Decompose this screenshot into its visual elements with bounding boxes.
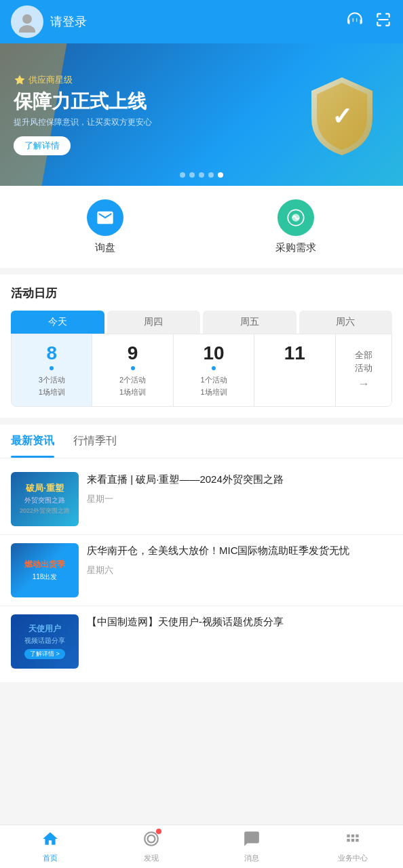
dot-2[interactable]: [189, 172, 195, 178]
news-thumb-2: 燃动出货季 118出发: [11, 543, 79, 597]
banner-content: 供应商星级 保障力正式上线 提升风控保障意识，让买卖双方更安心 了解详情: [14, 74, 389, 156]
svg-point-1: [19, 25, 35, 33]
login-text[interactable]: 请登录: [50, 14, 87, 30]
dot-5[interactable]: [218, 172, 223, 178]
avatar[interactable]: [11, 5, 43, 38]
banner-title: 保障力正式上线: [14, 90, 389, 113]
calendar-tabs: 今天 周四 周五 周六: [11, 311, 392, 334]
cal-tab-sat[interactable]: 周六: [299, 311, 393, 334]
nav-messages-label: 消息: [244, 853, 259, 863]
calendar-days: 8 3个活动 1场培训 9 2个活动 1场培训 10: [11, 334, 392, 407]
news-content-2: 庆华南开仓，全美线大放价！MIC国际物流助旺季发货无忧 星期六: [87, 543, 392, 597]
nav-business[interactable]: 业务中心: [303, 830, 404, 863]
news-date-2: 星期六: [87, 564, 392, 576]
cal-tab-thu[interactable]: 周四: [107, 311, 201, 334]
news-item-2[interactable]: 燃动出货季 118出发 庆华南开仓，全美线大放价！MIC国际物流助旺季发货无忧 …: [0, 535, 403, 606]
cal-day-num-9: 9: [128, 342, 138, 364]
cal-day-info-8: 3个活动 1场培训: [16, 374, 88, 398]
news-content-1: 来看直播 | 破局·重塑——2024外贸突围之路 星期一: [87, 472, 392, 526]
news-thumb-text-2: 燃动出货季 118出发: [22, 557, 68, 584]
discover-badge: [156, 829, 161, 834]
banner-subtitle: 提升风控保障意识，让买卖双方更安心: [14, 117, 389, 128]
cal-day-num-10: 10: [203, 342, 224, 364]
nav-business-label: 业务中心: [338, 853, 368, 863]
dot-indicator-8: [50, 366, 54, 370]
quick-action-purchase[interactable]: 采购需求: [275, 199, 316, 254]
nav-home-label: 首页: [43, 853, 58, 863]
activity-calendar-section: 活动日历 今天 周四 周五 周六 8 3个活动 1场培训 9 2个: [0, 275, 403, 418]
dot-4[interactable]: [208, 172, 214, 178]
cal-all-label: 全部 活动: [355, 349, 372, 374]
news-title-1: 来看直播 | 破局·重塑——2024外贸突围之路: [87, 472, 392, 488]
activity-calendar-title: 活动日历: [11, 285, 392, 301]
news-list: 破局·重塑 外贸突围之路 2022外贸突围之路 来看直播 | 破局·重塑——20…: [0, 458, 403, 682]
cal-all-activities[interactable]: 全部 活动 →: [336, 334, 391, 406]
news-thumb-text-1: 破局·重塑 外贸突围之路 2022外贸突围之路: [17, 480, 73, 518]
banner: 供应商星级 保障力正式上线 提升风控保障意识，让买卖双方更安心 了解详情 ✓: [0, 43, 403, 186]
news-item-3[interactable]: 天使用户 视频话题分享 了解详情 > 【中国制造网】天使用户-视频话题优质分享: [0, 606, 403, 677]
quick-action-inquiry[interactable]: 询盘: [87, 199, 123, 254]
bottom-nav: 首页 发现 消息 业务中心: [0, 825, 403, 868]
cal-tab-today[interactable]: 今天: [11, 311, 104, 334]
quick-actions: 询盘 采购需求: [0, 186, 403, 268]
customer-service-icon[interactable]: [346, 11, 364, 33]
scan-icon[interactable]: [375, 11, 392, 33]
dot-1[interactable]: [180, 172, 185, 178]
news-title-2: 庆华南开仓，全美线大放价！MIC国际物流助旺季发货无忧: [87, 543, 392, 559]
cal-all-arrow: →: [358, 377, 370, 391]
dot-3[interactable]: [199, 172, 204, 178]
banner-button[interactable]: 了解详情: [14, 136, 71, 155]
news-thumb-1: 破局·重塑 外贸突围之路 2022外贸突围之路: [11, 472, 79, 526]
svg-point-0: [22, 14, 32, 24]
news-thumb-3: 天使用户 视频话题分享 了解详情 >: [11, 614, 79, 669]
banner-tag-text: 供应商星级: [28, 74, 73, 86]
cal-day-8[interactable]: 8 3个活动 1场培训: [12, 334, 92, 406]
news-tabs: 最新资讯 行情季刊: [0, 425, 403, 458]
cal-day-info-10: 1个活动 1场培训: [178, 374, 250, 398]
nav-discover-label: 发现: [144, 853, 159, 863]
nav-messages[interactable]: 消息: [202, 830, 303, 863]
news-thumb-text-3: 天使用户 视频话题分享 了解详情 >: [22, 621, 68, 662]
news-content-3: 【中国制造网】天使用户-视频话题优质分享: [87, 614, 392, 669]
cal-day-num-11: 11: [284, 342, 305, 364]
cal-day-num-8: 8: [46, 342, 57, 364]
purchase-icon: [277, 199, 314, 236]
news-tab-market[interactable]: 行情季刊: [73, 425, 117, 458]
cal-day-9[interactable]: 9 2个活动 1场培训: [92, 334, 173, 406]
banner-dots: [180, 172, 223, 178]
news-date-1: 星期一: [87, 493, 392, 505]
nav-discover[interactable]: 发现: [101, 830, 202, 863]
header: 请登录: [0, 0, 403, 43]
inquiry-icon: [87, 199, 123, 236]
news-section: 最新资讯 行情季刊 破局·重塑 外贸突围之路 2022外贸突围之路 来看直播 |…: [0, 425, 403, 682]
cal-tab-fri[interactable]: 周五: [203, 311, 296, 334]
nav-home[interactable]: 首页: [0, 830, 101, 863]
banner-tag: 供应商星级: [14, 74, 389, 86]
dot-indicator-9: [131, 366, 135, 370]
news-title-3: 【中国制造网】天使用户-视频话题优质分享: [87, 614, 392, 630]
discover-icon: [142, 830, 160, 852]
messages-icon: [243, 830, 261, 852]
cal-day-11[interactable]: 11: [254, 334, 335, 406]
dot-indicator-10: [212, 366, 216, 370]
spacer: [258, 364, 330, 374]
news-tab-latest[interactable]: 最新资讯: [11, 425, 54, 458]
home-icon: [41, 830, 59, 852]
cal-day-info-9: 2个活动 1场培训: [96, 374, 168, 398]
inquiry-label: 询盘: [95, 241, 115, 254]
header-left: 请登录: [11, 5, 87, 38]
purchase-label: 采购需求: [275, 241, 316, 254]
news-item-1[interactable]: 破局·重塑 外贸突围之路 2022外贸突围之路 来看直播 | 破局·重塑——20…: [0, 464, 403, 535]
cal-day-10[interactable]: 10 1个活动 1场培训: [174, 334, 254, 406]
header-icons: [346, 11, 392, 33]
business-icon: [344, 830, 362, 852]
